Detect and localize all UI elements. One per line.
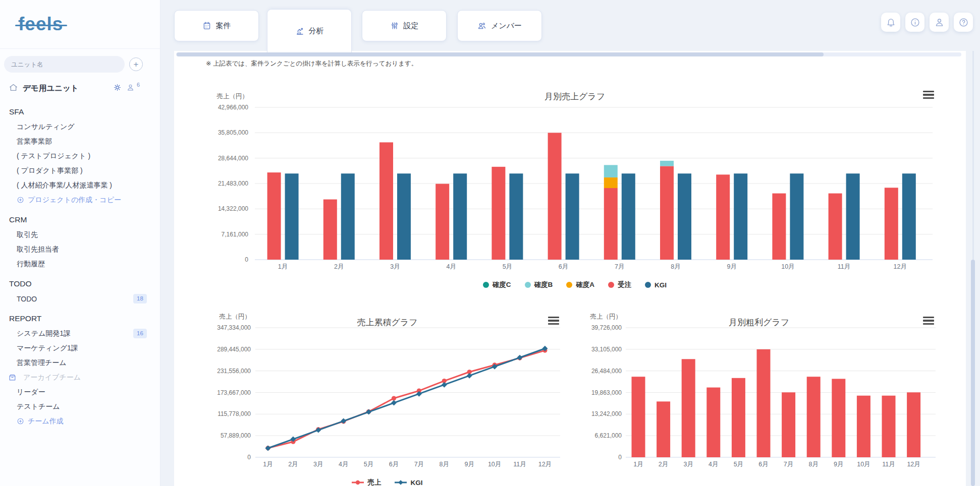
bar-KGI-10月[interactable] [790,173,803,260]
svg-text:9月: 9月 [727,263,736,270]
point-KGI-1月[interactable] [265,446,271,451]
bar-粗利-2月[interactable] [657,401,670,457]
bar-受注-3月[interactable] [379,142,393,260]
monthly-sales-plot[interactable]: 42,966,00035,805,00028,644,00021,483,000… [212,86,938,277]
point-KGI-9月[interactable] [467,373,472,379]
info-button[interactable] [905,13,924,32]
sidebar-item-コンサルティング[interactable]: コンサルティング [0,119,160,134]
home-icon [9,83,18,94]
notification-bell-button[interactable] [881,13,900,32]
bar-受注-11月[interactable] [829,194,842,260]
bar-KGI-9月[interactable] [734,173,747,260]
svg-text:35,805,000: 35,805,000 [218,129,248,136]
point-KGI-4月[interactable] [341,418,346,424]
legend-item-受注[interactable]: 受注 [608,280,631,289]
monthly-profit-plot[interactable]: 39,726,00033,105,00026,484,00019,863,000… [580,312,938,475]
sidebar-item-マーケティング1課[interactable]: マーケティング1課 [0,341,160,355]
sidebar-item-営業事業部[interactable]: 営業事業部 [0,134,160,149]
bar-受注-5月[interactable] [492,167,505,260]
sidebar-item-( テストプロジェクト )[interactable]: ( テストプロジェクト ) [0,149,160,163]
point-KGI-6月[interactable] [391,400,397,406]
bar-KGI-7月[interactable] [622,173,635,260]
sidebar-item-取引先[interactable]: 取引先 [0,227,160,242]
bar-受注-9月[interactable] [716,174,730,260]
bar-粗利-6月[interactable] [757,349,771,457]
svg-text:2月: 2月 [334,263,344,270]
bar-粗利-7月[interactable] [782,392,795,457]
line-KGI[interactable] [268,348,545,448]
help-button[interactable] [954,13,973,32]
bar-KGI-8月[interactable] [678,173,691,260]
user-button[interactable] [930,13,949,32]
bar-受注-8月[interactable] [660,166,674,260]
bar-確度A-7月[interactable] [604,177,618,188]
bar-受注-7月[interactable] [604,188,618,260]
sidebar-item-テストチーム[interactable]: テストチーム [0,399,160,414]
svg-text:4月: 4月 [339,461,348,468]
bar-受注-10月[interactable] [772,194,786,260]
sidebar-item-プロジェクトの作成・コピー[interactable]: プロジェクトの作成・コピー [0,193,160,207]
unit-row[interactable]: デモ用ユニット 6 [0,78,160,97]
legend-item-KGI[interactable]: KGI [645,280,667,289]
bar-粗利-9月[interactable] [832,379,845,457]
bar-KGI-6月[interactable] [566,173,579,260]
bar-受注-2月[interactable] [323,200,337,260]
sidebar-item-システム開発1課[interactable]: システム開発1課16 [0,326,160,341]
bar-受注-12月[interactable] [885,188,898,260]
vertical-scrollbar-track[interactable] [972,51,974,260]
unit-members-person-icon[interactable] [126,83,135,94]
horizontal-scrollbar-thumb[interactable] [177,52,824,56]
sidebar-item-TODO[interactable]: TODO18 [0,291,160,306]
bar-受注-6月[interactable] [548,133,562,260]
sidebar-item-アーカイブチーム[interactable]: アーカイブチーム [0,370,160,385]
tab-案件[interactable]: 案件 [174,10,259,41]
point-KGI-8月[interactable] [442,382,447,388]
point-売上-6月[interactable] [392,396,396,400]
bar-粗利-4月[interactable] [706,388,720,457]
add-unit-button[interactable]: + [129,57,143,71]
legend-item-確度A[interactable]: 確度A [566,280,594,289]
sidebar-item-( プロダクト事業部 )[interactable]: ( プロダクト事業部 ) [0,163,160,178]
horizontal-scrollbar[interactable] [176,52,961,56]
bar-粗利-11月[interactable] [882,396,896,457]
bar-KGI-2月[interactable] [341,173,355,260]
bar-KGI-12月[interactable] [902,173,916,260]
bar-確度B-8月[interactable] [660,161,674,166]
legend-item-KGI[interactable]: KGI [395,478,422,486]
vertical-scrollbar-thumb[interactable] [971,260,975,486]
tab-メンバー[interactable]: メンバー [457,10,542,41]
legend-item-売上[interactable]: 売上 [352,478,381,486]
sidebar-item-取引先担当者[interactable]: 取引先担当者 [0,242,160,257]
point-KGI-11月[interactable] [517,355,523,360]
cumulative-sales-plot[interactable]: 347,334,000289,445,000231,556,000173,667… [212,312,563,475]
tab-分析[interactable]: 分析 [267,9,352,52]
bar-受注-4月[interactable] [435,184,449,260]
bar-確度B-7月[interactable] [604,165,618,177]
sidebar-item-営業管理チーム[interactable]: 営業管理チーム [0,355,160,370]
svg-text:173,667,000: 173,667,000 [217,389,251,396]
bar-KGI-11月[interactable] [846,173,860,260]
bar-粗利-3月[interactable] [682,359,695,457]
bar-KGI-3月[interactable] [397,173,411,260]
legend-item-確度B[interactable]: 確度B [525,280,553,289]
bar-受注-1月[interactable] [267,172,281,260]
sidebar-item-チーム作成[interactable]: チーム作成 [0,414,160,429]
bar-粗利-8月[interactable] [807,377,821,457]
bar-KGI-1月[interactable] [285,173,299,260]
bar-粗利-5月[interactable] [732,378,745,457]
legend-item-確度C[interactable]: 確度C [483,280,511,289]
sidebar-item-行動履歴[interactable]: 行動履歴 [0,257,160,271]
tab-設定[interactable]: 設定 [362,10,447,41]
bar-粗利-12月[interactable] [907,392,920,457]
sidebar-item-リーダー[interactable]: リーダー [0,385,160,399]
bar-粗利-10月[interactable] [857,396,870,457]
bar-KGI-4月[interactable] [453,173,467,260]
unit-search-input[interactable] [4,56,125,73]
bar-粗利-1月[interactable] [632,377,645,457]
sidebar-item-( 人材紹介事業/人材派遣事業 )[interactable]: ( 人材紹介事業/人材派遣事業 ) [0,178,160,193]
svg-text:19,863,000: 19,863,000 [591,389,622,396]
unit-settings-gear-icon[interactable] [113,83,122,94]
svg-text:8月: 8月 [808,461,818,468]
bar-KGI-5月[interactable] [509,173,523,260]
legend-marker [352,479,364,485]
